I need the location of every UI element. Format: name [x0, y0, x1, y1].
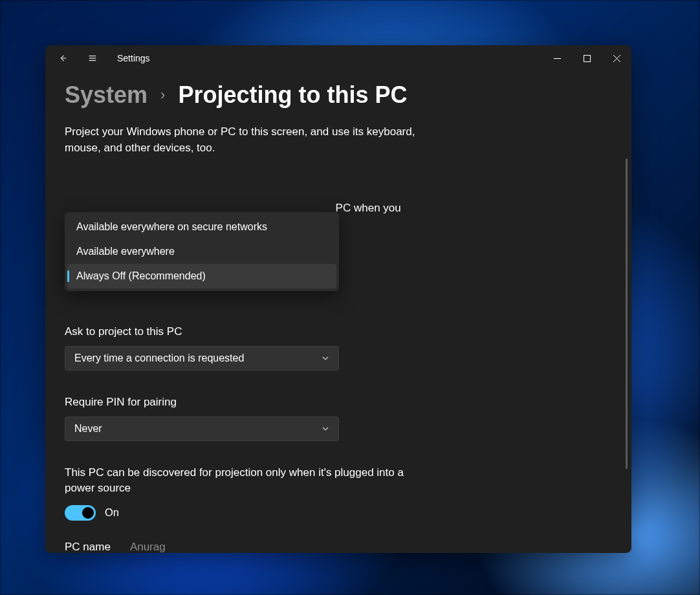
- settings-window: Settings System › Projecting to this PC …: [45, 45, 631, 553]
- ask-to-project-select[interactable]: Every time a connection is requested: [65, 346, 339, 371]
- ask-to-project-setting: Ask to project to this PC Every time a c…: [65, 325, 339, 371]
- dropdown-option-secure-networks[interactable]: Available everywhere on secure networks: [67, 215, 336, 239]
- require-pin-value: Never: [74, 423, 322, 435]
- window-title: Settings: [117, 53, 150, 63]
- availability-dropdown-menu: Available everywhere on secure networks …: [65, 212, 339, 291]
- chevron-down-icon: [322, 354, 329, 362]
- minimize-button[interactable]: [542, 45, 572, 71]
- close-button[interactable]: [602, 45, 631, 71]
- hamburger-menu-icon[interactable]: [78, 45, 107, 71]
- titlebar: Settings: [45, 45, 631, 71]
- dropdown-option-everywhere[interactable]: Available everywhere: [67, 239, 336, 264]
- pc-name-label: PC name: [65, 541, 111, 553]
- back-button[interactable]: [48, 45, 78, 71]
- pc-name-value: Anurag: [130, 541, 166, 553]
- require-pin-setting: Require PIN for pairing Never: [65, 396, 339, 441]
- dropdown-option-always-off[interactable]: Always Off (Recommended): [67, 264, 336, 288]
- breadcrumb-parent[interactable]: System: [65, 81, 148, 109]
- plugged-in-setting: This PC can be discovered for projection…: [65, 465, 427, 521]
- plugged-in-label: This PC can be discovered for projection…: [65, 465, 417, 496]
- toggle-state-text: On: [105, 506, 119, 519]
- page-description: Project your Windows phone or PC to this…: [65, 124, 427, 156]
- maximize-button[interactable]: [572, 45, 602, 71]
- breadcrumb: System › Projecting to this PC: [65, 81, 612, 109]
- chevron-right-icon: ›: [160, 87, 165, 103]
- page-title: Projecting to this PC: [178, 81, 407, 109]
- plugged-in-toggle[interactable]: [65, 505, 96, 521]
- svg-rect-4: [584, 55, 590, 61]
- scrollbar[interactable]: [626, 158, 628, 469]
- pc-name-row: PC name Anurag: [65, 541, 453, 553]
- ask-to-project-label: Ask to project to this PC: [65, 325, 339, 338]
- content-area: System › Projecting to this PC Project y…: [45, 71, 631, 553]
- require-pin-select[interactable]: Never: [65, 416, 339, 441]
- ask-to-project-value: Every time a connection is requested: [74, 352, 322, 364]
- require-pin-label: Require PIN for pairing: [65, 396, 339, 409]
- chevron-down-icon: [322, 425, 329, 433]
